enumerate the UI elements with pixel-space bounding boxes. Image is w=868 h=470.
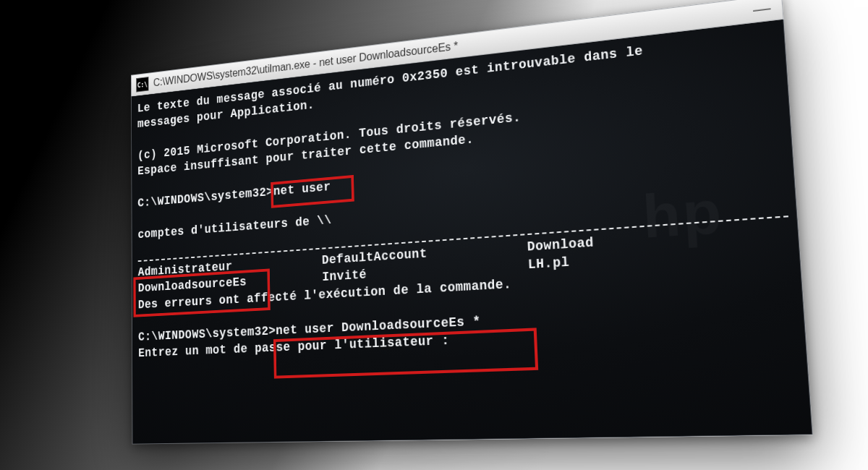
account-cell: Download [527, 235, 594, 255]
page-background: C:\ C:\WINDOWS\system32\utilman.exe - ne… [0, 0, 868, 470]
cmd-icon: C:\ [136, 77, 148, 93]
screenshot-stage: C:\ C:\WINDOWS\system32\utilman.exe - ne… [131, 0, 813, 445]
account-cell: LH.pl [527, 255, 569, 272]
command-text: net user [273, 179, 331, 198]
minimize-button[interactable]: — [748, 4, 775, 14]
